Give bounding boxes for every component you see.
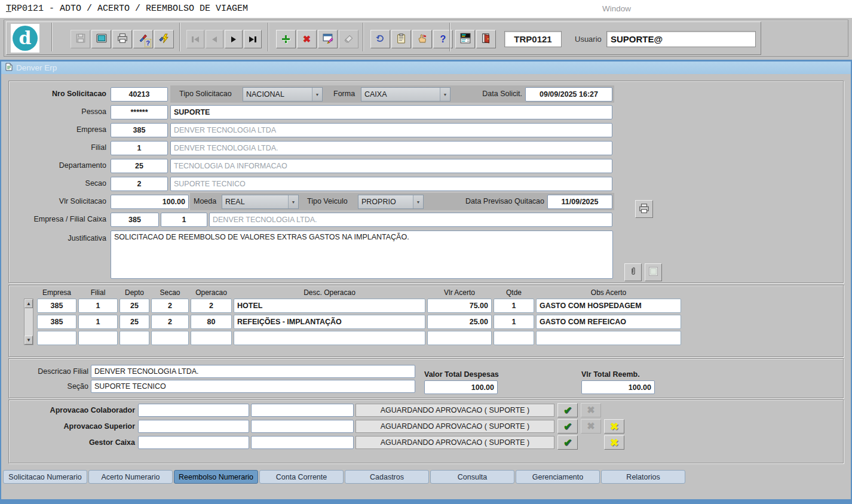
- cell-desc-operacao[interactable]: HOTEL: [234, 299, 425, 313]
- filial-code-input[interactable]: 1: [111, 141, 168, 155]
- tipo-veiculo-select[interactable]: PROPRIO ▼: [358, 195, 424, 209]
- moeda-select[interactable]: REAL ▼: [222, 195, 299, 209]
- clear-prompt-button[interactable]: ?: [133, 30, 153, 48]
- cancel-superior-button[interactable]: ✖: [604, 419, 624, 434]
- cell-vlr-acerto[interactable]: 75.00: [427, 299, 492, 313]
- approve-gestor-button[interactable]: ✔: [557, 435, 578, 450]
- descricao-filial-input[interactable]: DENVER TECNOLOGIA LTDA.: [91, 365, 415, 378]
- exit-button[interactable]: [476, 30, 496, 48]
- cell-operacao[interactable]: [191, 331, 232, 345]
- cell-obs-acerto[interactable]: GASTO COM HOSPEDAGEM: [536, 299, 681, 313]
- reject-superior-button[interactable]: ✖: [581, 419, 601, 434]
- cell-operacao[interactable]: 80: [191, 315, 232, 329]
- gestor-caixa-date-input[interactable]: [138, 436, 249, 449]
- approve-colaborador-button[interactable]: ✔: [557, 403, 578, 417]
- first-record-button[interactable]: [186, 30, 204, 48]
- attach-file-button[interactable]: [624, 263, 642, 281]
- cell-secao[interactable]: 2: [151, 315, 189, 329]
- departamento-code-input[interactable]: 25: [111, 159, 168, 173]
- reject-colaborador-button[interactable]: ✖: [581, 403, 601, 417]
- clipboard-button[interactable]: [391, 30, 411, 48]
- cell-empresa[interactable]: 385: [37, 299, 76, 313]
- save-button[interactable]: [71, 30, 90, 48]
- mdi-titlebar[interactable]: Denver Erp: [1, 62, 851, 74]
- cell-desc-operacao[interactable]: [234, 331, 425, 345]
- data-solicit-input[interactable]: 09/09/2025 16:27: [525, 87, 612, 102]
- query-edit-button[interactable]: [318, 30, 338, 48]
- screen-button[interactable]: [91, 30, 111, 48]
- cell-obs-acerto[interactable]: [536, 331, 681, 345]
- insert-record-button[interactable]: [276, 30, 296, 48]
- tab-gerenciamento[interactable]: Gerenciamento: [516, 470, 600, 484]
- chevron-down-icon[interactable]: ▼: [413, 195, 423, 208]
- cell-depto[interactable]: 25: [119, 299, 149, 313]
- secao-code-input[interactable]: 2: [111, 177, 168, 191]
- vlr-solicitacao-input[interactable]: 100.00: [111, 195, 189, 209]
- aprovacao-colaborador-date-input[interactable]: [138, 404, 249, 417]
- delete-record-button[interactable]: ✖: [297, 30, 317, 48]
- print-button[interactable]: [112, 30, 132, 48]
- cell-vlr-acerto[interactable]: 25.00: [427, 315, 492, 329]
- grid-header-depto: Depto: [119, 288, 149, 297]
- menu-window[interactable]: Window: [602, 4, 631, 13]
- cell-desc-operacao[interactable]: REFEIÇÕES - IMPLANTAÇÃO: [234, 315, 425, 329]
- aprovacao-colaborador-label: Aprovacao Colaborador: [5, 406, 135, 414]
- clear-immediate-button[interactable]: [154, 30, 174, 48]
- aprovacao-superior-date-input[interactable]: [138, 420, 249, 433]
- cell-qtde[interactable]: [494, 331, 534, 345]
- add-icon: [282, 35, 290, 43]
- tab-consulta[interactable]: Consulta: [430, 470, 514, 484]
- attach-image-button[interactable]: [645, 263, 662, 281]
- cell-depto[interactable]: [119, 331, 149, 345]
- tab-cadastros[interactable]: Cadastros: [345, 470, 429, 484]
- chevron-down-icon[interactable]: ▼: [312, 88, 322, 101]
- cell-depto[interactable]: 25: [119, 315, 149, 329]
- cell-vlr-acerto[interactable]: [427, 331, 492, 345]
- tab-conta-corrente[interactable]: Conta Corrente: [259, 470, 344, 484]
- cell-filial[interactable]: 1: [78, 315, 118, 329]
- last-record-button[interactable]: [244, 30, 262, 48]
- cell-empresa[interactable]: [37, 331, 76, 345]
- cell-filial[interactable]: [78, 331, 118, 345]
- cell-qtde[interactable]: 1: [494, 315, 534, 329]
- cell-secao[interactable]: 2: [151, 299, 189, 313]
- secao-total-input[interactable]: SUPORTE TECNICO: [91, 380, 415, 393]
- cell-filial[interactable]: 1: [78, 299, 118, 313]
- forma-select[interactable]: CAIXA ▼: [361, 87, 450, 102]
- usuario-input[interactable]: SUPORTE@: [606, 31, 756, 47]
- cell-empresa[interactable]: 385: [37, 315, 76, 329]
- cell-secao[interactable]: [151, 331, 189, 345]
- tipo-solicitacao-select[interactable]: NACIONAL ▼: [243, 87, 323, 102]
- cancel-gestor-button[interactable]: ✖: [604, 435, 624, 450]
- chevron-down-icon[interactable]: ▼: [440, 88, 450, 101]
- empresa-filial-caixa-desc-input: DENVER TECNOLOGIA LTDA.: [209, 213, 612, 227]
- chevron-down-icon[interactable]: ▼: [288, 195, 298, 208]
- menu-button[interactable]: [455, 30, 475, 48]
- aprovacao-superior-user-input[interactable]: [251, 420, 354, 433]
- tab-relatorios[interactable]: Relatorios: [601, 470, 685, 484]
- previous-record-button[interactable]: [206, 30, 223, 48]
- pessoa-desc-input[interactable]: SUPORTE: [170, 105, 612, 119]
- empresa-caixa-input[interactable]: 385: [111, 213, 159, 227]
- filial-caixa-input[interactable]: 1: [161, 213, 207, 227]
- tab-acerto-numerario[interactable]: Acerto Numerario: [88, 470, 173, 484]
- nro-solicitacao-input[interactable]: 40213: [111, 87, 168, 102]
- tab-reembolso-numerario[interactable]: Reembolso Numerario: [174, 470, 258, 484]
- next-record-button[interactable]: [225, 30, 243, 48]
- erase-button[interactable]: [339, 30, 358, 48]
- gestor-caixa-user-input[interactable]: [251, 436, 354, 449]
- empresa-code-input[interactable]: 385: [111, 123, 168, 137]
- justificativa-textarea[interactable]: SOLICITACAO DE REEMBOLSO DE VALORES EXTR…: [111, 231, 613, 279]
- cell-operacao[interactable]: 2: [191, 299, 232, 313]
- hand-edit-button[interactable]: [412, 30, 432, 48]
- aprovacao-colaborador-user-input[interactable]: [251, 404, 354, 417]
- approve-superior-button[interactable]: ✔: [557, 419, 578, 434]
- cell-obs-acerto[interactable]: GASTO COM REFEICAO: [536, 315, 681, 329]
- data-previsao-quitacao-input[interactable]: 11/09/2025: [547, 195, 612, 209]
- aprovacao-colaborador-status: AGUARDANDO APROVACAO ( SUPORTE ): [355, 404, 554, 417]
- pessoa-code-input[interactable]: ******: [111, 105, 168, 119]
- undo-button[interactable]: [370, 30, 390, 48]
- cell-qtde[interactable]: 1: [494, 299, 534, 313]
- tab-solicitacao-numerario[interactable]: Solicitacao Numerario: [3, 470, 87, 484]
- print-request-button[interactable]: [635, 200, 653, 218]
